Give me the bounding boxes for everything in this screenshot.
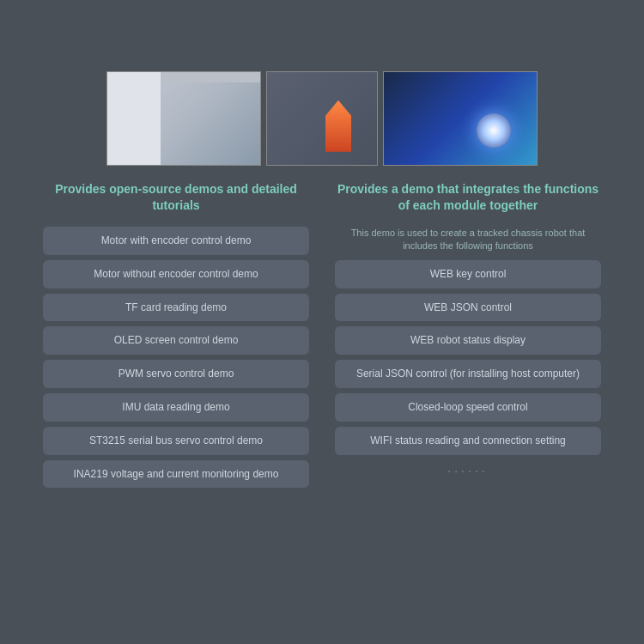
right-demo-button-2[interactable]: WEB robot status display bbox=[335, 326, 601, 355]
left-column-title: Provides open-source demos and detailed … bbox=[43, 181, 309, 215]
page-container: Provides open-source demos and detailed … bbox=[0, 0, 644, 644]
left-demo-button-2[interactable]: TF card reading demo bbox=[43, 294, 309, 322]
left-demo-button-1[interactable]: Motor without encoder control demo bbox=[43, 260, 309, 289]
right-demo-button-0[interactable]: WEB key control bbox=[335, 260, 601, 289]
left-column: Provides open-source demos and detailed … bbox=[43, 181, 309, 494]
right-demo-button-4[interactable]: Closed-loop speed control bbox=[335, 393, 601, 422]
columns-container: Provides open-source demos and detailed … bbox=[26, 181, 618, 494]
right-demo-button-5[interactable]: WIFI status reading and connection setti… bbox=[335, 427, 601, 455]
right-column-subtitle: This demo is used to create a tracked ch… bbox=[335, 227, 601, 253]
left-demo-button-3[interactable]: OLED screen control demo bbox=[43, 326, 309, 355]
screenshot-area bbox=[106, 71, 538, 166]
left-demo-button-7[interactable]: INA219 voltage and current monitoring de… bbox=[43, 460, 309, 489]
dots-indicator: ······ bbox=[447, 464, 488, 477]
left-demo-button-6[interactable]: ST3215 serial bus servo control demo bbox=[43, 427, 309, 455]
right-buttons-container: WEB key controlWEB JSON controlWEB robot… bbox=[335, 260, 601, 460]
left-buttons-container: Motor with encoder control demoMotor wit… bbox=[43, 227, 309, 493]
right-demo-button-1[interactable]: WEB JSON control bbox=[335, 294, 601, 322]
screenshot-left bbox=[106, 71, 261, 166]
left-demo-button-5[interactable]: IMU data reading demo bbox=[43, 393, 309, 422]
right-column: Provides a demo that integrates the func… bbox=[335, 181, 601, 494]
left-demo-button-0[interactable]: Motor with encoder control demo bbox=[43, 227, 309, 255]
left-demo-button-4[interactable]: PWM servo control demo bbox=[43, 360, 309, 388]
right-column-title: Provides a demo that integrates the func… bbox=[335, 181, 601, 215]
screenshot-right bbox=[383, 71, 538, 166]
screenshot-middle bbox=[266, 71, 378, 166]
right-demo-button-3[interactable]: Serial JSON control (for installing host… bbox=[335, 360, 601, 388]
